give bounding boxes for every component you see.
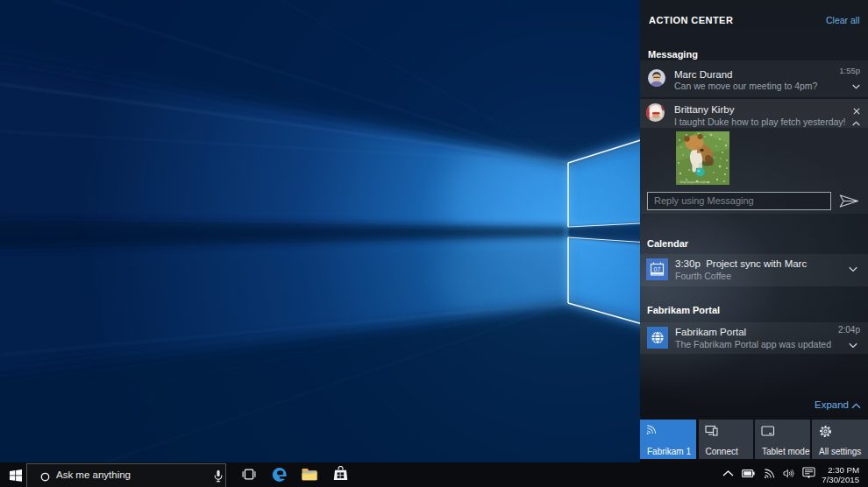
svg-text:Getty Images/iStockphoto: Getty Images/iStockphoto bbox=[679, 180, 710, 184]
svg-text:07: 07 bbox=[654, 266, 661, 272]
